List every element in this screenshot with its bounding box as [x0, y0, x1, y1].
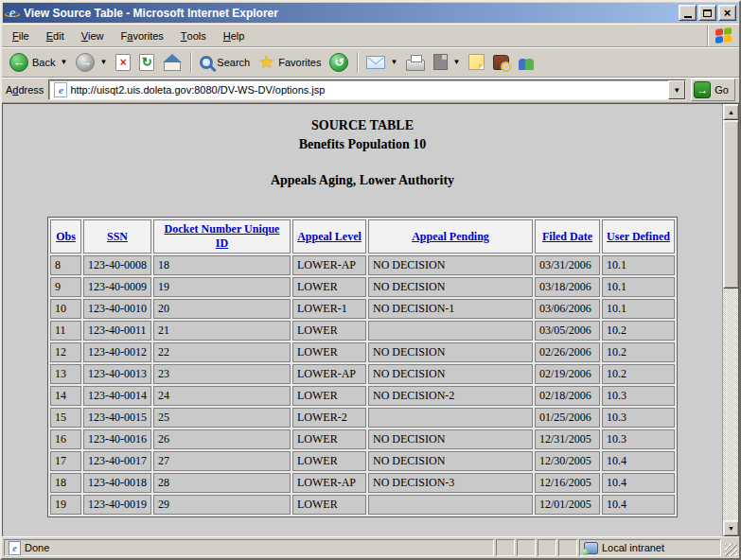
cell-filed_date: 03/06/2006	[535, 299, 600, 319]
page-icon: e	[54, 82, 67, 97]
maximize-button[interactable]	[698, 5, 716, 21]
table-body: 8123-40-000818LOWER-APNO DECISION03/31/2…	[50, 255, 675, 515]
discuss-note-icon	[468, 54, 485, 70]
cell-user_defined: 10.4	[602, 495, 675, 515]
cell-obs: 10	[50, 299, 81, 319]
stop-icon: ×	[115, 54, 131, 71]
history-icon: ↺	[329, 53, 348, 72]
cell-appeal_pending	[368, 321, 533, 341]
cell-obs: 17	[50, 451, 81, 471]
windows-flag-icon	[715, 27, 732, 44]
page-title-line1: SOURCE TABLE	[3, 116, 722, 135]
col-header-docket[interactable]: Docket Number Unique ID	[153, 219, 291, 254]
page-title-line2: Benefits Population 10	[3, 135, 722, 154]
search-icon	[200, 56, 213, 69]
cell-filed_date: 12/01/2005	[535, 495, 600, 515]
favorites-button[interactable]: ★ Favorites	[255, 49, 325, 76]
window-title: View Source Table - Microsoft Internet E…	[24, 7, 677, 20]
page-content: SOURCE TABLE Benefits Population 10 Appe…	[3, 104, 722, 536]
scroll-up-button[interactable]: ▲	[723, 104, 739, 120]
menu-item-view[interactable]: View	[73, 25, 113, 46]
col-header-obs[interactable]: Obs	[50, 219, 81, 254]
print-button[interactable]	[402, 49, 429, 76]
mail-dropdown-icon[interactable]: ▼	[390, 58, 397, 66]
cell-appeal_level: LOWER	[292, 495, 366, 515]
menu-item-file[interactable]: File	[4, 25, 38, 46]
cell-appeal_pending: NO DECISION-1	[368, 299, 533, 319]
address-url: http://uisqt2.uis.doleta.gov:8080/DV-WS-…	[70, 84, 668, 96]
vertical-scrollbar[interactable]: ▲ ▼	[722, 104, 738, 536]
cell-docket: 27	[153, 451, 291, 471]
col-header-filed-date[interactable]: Filed Date	[535, 219, 600, 254]
back-button[interactable]: ← Back ▼	[6, 49, 71, 76]
stop-button[interactable]: ×	[112, 49, 134, 76]
cell-user_defined: 10.1	[602, 277, 675, 297]
cell-filed_date: 02/19/2006	[535, 364, 600, 384]
minimize-button[interactable]	[679, 5, 697, 21]
scrollbar-thumb[interactable]	[723, 120, 739, 289]
cell-docket: 20	[153, 299, 291, 319]
cell-appeal_pending: NO DECISION	[368, 277, 533, 297]
cell-ssn: 123-40-0019	[83, 495, 151, 515]
forward-dropdown-icon[interactable]: ▼	[99, 58, 107, 66]
forward-button[interactable]: → ▼	[72, 49, 111, 76]
address-input[interactable]: e http://uisqt2.uis.doleta.gov:8080/DV-W…	[48, 79, 686, 100]
cell-appeal_level: LOWER	[292, 342, 366, 362]
cell-ssn: 123-40-0018	[83, 473, 151, 493]
ie-app-icon: e	[5, 6, 20, 21]
go-label: Go	[715, 84, 729, 96]
col-header-ssn[interactable]: SSN	[83, 219, 151, 254]
back-icon: ←	[9, 53, 28, 72]
col-header-appeal-pending[interactable]: Appeal Pending	[368, 219, 533, 254]
status-text: Done	[25, 542, 49, 553]
resize-grip[interactable]	[725, 544, 737, 556]
go-button[interactable]: → Go	[691, 79, 735, 101]
cell-ssn: 123-40-0013	[83, 364, 151, 384]
page-subtitle: Appeals Aging, Lower Authority	[3, 171, 722, 190]
messenger-button[interactable]	[514, 49, 540, 76]
research-button[interactable]	[489, 49, 513, 76]
cell-ssn: 123-40-0009	[83, 277, 151, 297]
minimize-icon	[684, 16, 692, 18]
col-header-appeal-level[interactable]: Appeal Level	[292, 219, 366, 254]
edit-dropdown-icon[interactable]: ▼	[452, 58, 460, 66]
cell-docket: 19	[153, 277, 291, 297]
cell-appeal_level: LOWER	[292, 386, 366, 406]
refresh-button[interactable]: ↻	[135, 49, 158, 76]
menu-bar: File Edit View Favorites Tools Help	[2, 24, 739, 47]
menu-item-favorites[interactable]: Favorites	[113, 25, 172, 46]
cell-appeal_level: LOWER	[292, 277, 366, 297]
history-button[interactable]: ↺	[326, 49, 352, 76]
back-dropdown-icon[interactable]: ▼	[60, 58, 67, 66]
cell-appeal_level: LOWER-2	[292, 408, 366, 428]
cell-obs: 12	[50, 342, 81, 362]
menu-item-edit[interactable]: Edit	[38, 25, 73, 46]
menu-item-tools[interactable]: Tools	[172, 25, 215, 46]
mail-button[interactable]: ▼	[362, 49, 401, 76]
menu-item-help[interactable]: Help	[215, 25, 254, 46]
cell-user_defined: 10.3	[602, 429, 675, 449]
cell-user_defined: 10.2	[602, 364, 675, 384]
discuss-button[interactable]	[465, 49, 488, 76]
table-header-row: Obs SSN Docket Number Unique ID Appeal L…	[50, 219, 675, 254]
col-header-user-defined[interactable]: User Defined	[602, 219, 675, 254]
cell-obs: 11	[50, 321, 81, 341]
status-page-icon: e	[9, 541, 21, 555]
cell-filed_date: 03/31/2006	[535, 255, 600, 275]
cell-appeal_level: LOWER	[292, 321, 366, 341]
cell-appeal_pending: NO DECISION-3	[368, 473, 533, 493]
cell-appeal_pending	[368, 408, 533, 428]
edit-button[interactable]: ▼	[430, 49, 464, 76]
table-row: 13123-40-001323LOWER-APNO DECISION02/19/…	[50, 364, 675, 384]
status-done-pane: e Done	[4, 539, 494, 556]
close-button[interactable]: ×	[718, 5, 736, 21]
search-button[interactable]: Search	[196, 49, 254, 76]
home-button[interactable]	[159, 49, 185, 76]
forward-icon: →	[76, 53, 95, 72]
scroll-down-button[interactable]: ▼	[723, 520, 739, 536]
cell-obs: 13	[50, 364, 81, 384]
back-label: Back	[32, 57, 55, 68]
cell-filed_date: 01/25/2006	[535, 408, 600, 428]
address-dropdown-button[interactable]: ▼	[668, 80, 685, 99]
table-row: 12123-40-001222LOWERNO DECISION02/26/200…	[50, 342, 675, 362]
